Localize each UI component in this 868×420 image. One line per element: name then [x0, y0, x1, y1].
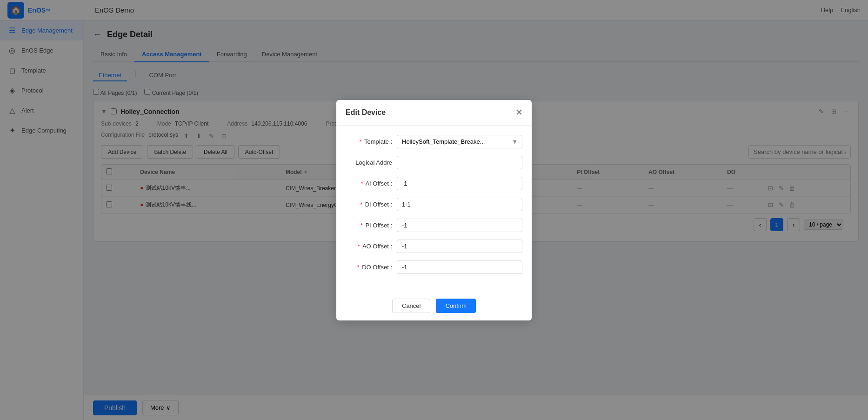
logical-address-input[interactable]: [397, 156, 522, 169]
modal-footer: Cancel Confirm: [336, 291, 532, 320]
do-offset-input[interactable]: [397, 260, 522, 274]
form-row-template: * Template : HolleySoft_Template_Breake.…: [346, 135, 522, 148]
ao-offset-label: * AO Offset :: [346, 243, 397, 250]
template-label-text: Template :: [364, 138, 392, 145]
do-offset-label-text: DO Offset :: [362, 264, 392, 271]
ao-offset-input[interactable]: [397, 240, 522, 253]
template-required-star: *: [360, 138, 362, 145]
di-offset-label-text: DI Offset :: [365, 201, 392, 208]
ai-offset-label-text: AI Offset :: [365, 180, 392, 187]
form-row-logical-address: Logical Addre: [346, 156, 522, 169]
di-offset-input[interactable]: [397, 198, 522, 211]
pi-offset-required-star: *: [361, 222, 363, 229]
modal-header: Edit Device ✕: [336, 100, 532, 126]
modal-title: Edit Device: [346, 108, 386, 117]
di-offset-required-star: *: [360, 201, 362, 208]
do-offset-label: * DO Offset :: [346, 264, 397, 271]
form-row-ao-offset: * AO Offset :: [346, 240, 522, 253]
ao-offset-label-text: AO Offset :: [362, 243, 392, 250]
form-row-di-offset: * DI Offset :: [346, 198, 522, 211]
form-row-ai-offset: * AI Offset :: [346, 177, 522, 190]
template-select[interactable]: HolleySoft_Template_Breake...: [397, 135, 522, 148]
logical-address-label: Logical Addre: [346, 159, 397, 166]
modal-close-button[interactable]: ✕: [515, 107, 522, 118]
logical-address-label-text: Logical Addre: [355, 159, 392, 166]
template-label: * Template :: [346, 138, 397, 145]
ao-offset-required-star: *: [358, 243, 360, 250]
modal-body: * Template : HolleySoft_Template_Breake.…: [336, 126, 532, 291]
ai-offset-input[interactable]: [397, 177, 522, 190]
form-row-pi-offset: * PI Offset :: [346, 219, 522, 232]
modal-overlay[interactable]: Edit Device ✕ * Template : HolleySoft_Te…: [0, 0, 868, 420]
ai-offset-required-star: *: [361, 180, 363, 187]
edit-device-modal: Edit Device ✕ * Template : HolleySoft_Te…: [336, 100, 532, 320]
pi-offset-label: * PI Offset :: [346, 222, 397, 229]
di-offset-label: * DI Offset :: [346, 201, 397, 208]
do-offset-required-star: *: [357, 264, 360, 271]
form-row-do-offset: * DO Offset :: [346, 260, 522, 274]
pi-offset-label-text: PI Offset :: [365, 222, 392, 229]
confirm-button[interactable]: Confirm: [436, 299, 476, 313]
template-select-wrap: HolleySoft_Template_Breake... ▼: [397, 135, 522, 148]
pi-offset-input[interactable]: [397, 219, 522, 232]
cancel-button[interactable]: Cancel: [392, 299, 430, 313]
ai-offset-label: * AI Offset :: [346, 180, 397, 187]
